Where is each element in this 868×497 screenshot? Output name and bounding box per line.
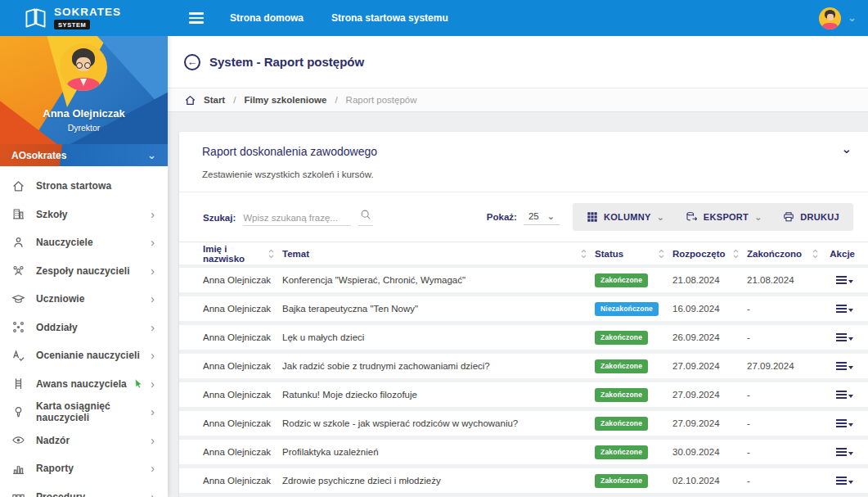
cell-started: 26.09.2024: [672, 332, 747, 342]
cell-started: 02.10.2024: [672, 476, 747, 486]
cell-topic: Jak radzić sobie z trudnymi zachowaniami…: [282, 361, 595, 371]
sidebar: Anna Olejniczak Dyrektor AOsokrates ⌄ St…: [0, 36, 168, 497]
table-actions-group: KOLUMNY ⌄ EKSPORT ⌄ DRUKUJ: [573, 203, 853, 231]
card-subtitle: Zestawienie wszystkich szkoleń i kursów.: [202, 169, 845, 179]
sidebar-item-nadzor[interactable]: Nadzór ›: [0, 427, 168, 455]
menu-toggle-icon[interactable]: [189, 12, 204, 23]
row-actions-button[interactable]: [836, 305, 853, 314]
chevron-down-icon: ⌄: [657, 214, 664, 220]
app-logo[interactable]: SOKRATES SYSTEM: [0, 7, 168, 29]
column-header-topic[interactable]: Temat: [282, 249, 595, 259]
table-row[interactable]: Anna Olejniczak Lęk u małych dzieci Zako…: [179, 325, 868, 354]
breadcrumb-start[interactable]: Start: [204, 95, 225, 105]
cell-topic: Lęk u małych dzieci: [282, 332, 595, 342]
cell-started: 21.08.2024: [672, 275, 747, 285]
cell-name: Anna Olejniczak: [203, 275, 282, 285]
sidebar-item-strona-startowa[interactable]: Strona startowa: [0, 172, 168, 201]
table-row[interactable]: Anna Olejniczak Profilaktyka uzależnień …: [179, 440, 868, 468]
sidebar-item-uczniowie[interactable]: Uczniowie ›: [0, 285, 168, 314]
user-menu-chevron-icon[interactable]: ⌄: [848, 15, 857, 21]
sidebar-item-zespoly-nauczycieli[interactable]: Zespoły nauczycieli ›: [0, 257, 168, 286]
search-input[interactable]: [243, 210, 351, 226]
submenu-arrow-icon: ›: [151, 463, 155, 473]
table-row[interactable]: Anna Olejniczak Rodzic w szkole - jak ws…: [179, 411, 868, 440]
sidebar-item-raporty[interactable]: Raporty ›: [0, 454, 168, 483]
back-button[interactable]: ←: [184, 54, 200, 70]
column-header-name[interactable]: Imię i nazwisko: [203, 244, 282, 264]
table-row[interactable]: Anna Olejniczak Zdrowie psychiczne dziec…: [179, 468, 868, 497]
search-label: Szukaj:: [203, 213, 236, 226]
report-card: Raport doskonalenia zawodowego Zestawien…: [179, 132, 868, 497]
cell-name: Anna Olejniczak: [203, 476, 282, 486]
sort-icon[interactable]: [812, 249, 818, 259]
cell-name: Anna Olejniczak: [203, 390, 282, 400]
nav-system-start-link[interactable]: Strona startowa systemu: [331, 12, 448, 24]
cell-finished: -: [747, 447, 826, 457]
table-row[interactable]: Anna Olejniczak Jak radzić sobie z trudn…: [179, 354, 868, 382]
column-header-actions: Akcje: [826, 249, 857, 259]
search-icon[interactable]: [358, 209, 373, 226]
page-size-select[interactable]: 25 ⌄: [524, 210, 560, 225]
card-header: Raport doskonalenia zawodowego Zestawien…: [179, 132, 868, 192]
row-actions-button[interactable]: [836, 391, 853, 400]
home-icon[interactable]: [185, 95, 196, 106]
sidebar-item-ocenianie-nauczycieli[interactable]: Ocenianie nauczycieli ›: [0, 341, 168, 370]
cell-topic: Bajka terapeutyczna "Ten Nowy": [282, 304, 595, 314]
user-avatar[interactable]: [819, 7, 841, 29]
print-button[interactable]: DRUKUJ: [772, 203, 850, 231]
submenu-arrow-icon: ›: [151, 379, 155, 389]
column-header-finished[interactable]: Zakończono: [747, 249, 826, 259]
table-row[interactable]: Anna Olejniczak Konferencja "Wspierać, C…: [179, 268, 868, 296]
cell-finished: -: [747, 476, 826, 486]
cell-finished: -: [747, 332, 826, 342]
row-actions-button[interactable]: [836, 362, 853, 371]
columns-button[interactable]: KOLUMNY ⌄: [576, 203, 675, 231]
column-header-started[interactable]: Rozpoczęto: [672, 249, 747, 259]
table-row[interactable]: Anna Olejniczak Bajka terapeutyczna "Ten…: [179, 296, 868, 325]
sort-icon[interactable]: [733, 249, 739, 259]
team-icon: [11, 264, 25, 278]
breadcrumb-filmy-szkoleniowe[interactable]: Filmy szkoleniowe: [244, 95, 326, 105]
sidebar-item-awans-nauczyciela[interactable]: Awans nauczyciela ›: [0, 370, 168, 399]
export-icon: [686, 211, 698, 223]
topbar: SOKRATES SYSTEM Strona domowa Strona sta…: [0, 0, 868, 36]
profile-avatar[interactable]: [60, 43, 107, 91]
status-badge: Zakończone: [595, 445, 648, 459]
top-navigation: Strona domowa Strona startowa systemu: [230, 12, 448, 24]
account-name: AOsokrates: [11, 150, 66, 161]
status-badge: Zakończone: [595, 331, 648, 345]
export-button[interactable]: EKSPORT ⌄: [675, 203, 773, 231]
app-window: SOKRATES SYSTEM Strona domowa Strona sta…: [0, 0, 868, 497]
row-actions-button[interactable]: [836, 333, 853, 342]
nav-home-link[interactable]: Strona domowa: [230, 12, 304, 24]
cell-finished: 21.08.2024: [747, 275, 826, 285]
page-header: ← System - Raport postępów: [168, 36, 868, 88]
status-badge: Zakończone: [595, 388, 648, 402]
column-header-status[interactable]: Status: [595, 249, 672, 259]
sort-icon[interactable]: [268, 249, 274, 259]
cell-topic: Zdrowie psychiczne dzieci i młodzieży: [282, 476, 595, 486]
cell-finished: 27.09.2024: [747, 361, 826, 371]
sort-icon[interactable]: [659, 249, 664, 259]
logo-subtitle-badge: SYSTEM: [54, 20, 90, 29]
sort-icon[interactable]: [581, 249, 587, 259]
submenu-arrow-icon: ›: [151, 323, 155, 332]
sidebar-item-oddzialy[interactable]: Oddziały ›: [0, 314, 168, 342]
sidebar-item-karta-osiagniec[interactable]: Karta osiągnięć nauczycieli ›: [0, 398, 168, 427]
card-collapse-chevron-icon[interactable]: ⌄: [841, 142, 852, 156]
sidebar-item-szkoly[interactable]: Szkoły ›: [0, 201, 168, 229]
table-row[interactable]: Anna Olejniczak Ratunku! Moje dziecko fi…: [179, 382, 868, 411]
row-actions-button[interactable]: [836, 477, 853, 486]
cell-started: 30.09.2024: [672, 447, 747, 457]
profile-panel: Anna Olejniczak Dyrektor: [0, 36, 168, 144]
row-actions-button[interactable]: [836, 419, 853, 428]
account-switcher[interactable]: AOsokrates ⌄: [0, 144, 168, 166]
row-actions-button[interactable]: [836, 448, 853, 457]
sidebar-item-procedury[interactable]: Procedury ›: [0, 483, 168, 497]
cell-name: Anna Olejniczak: [203, 332, 282, 342]
sidebar-item-nauczyciele[interactable]: Nauczyciele ›: [0, 228, 168, 257]
bulb-icon: [11, 405, 25, 419]
row-actions-button[interactable]: [836, 276, 853, 285]
cursor-pointer-icon: [132, 378, 146, 389]
card-title: Raport doskonalenia zawodowego: [202, 145, 845, 158]
